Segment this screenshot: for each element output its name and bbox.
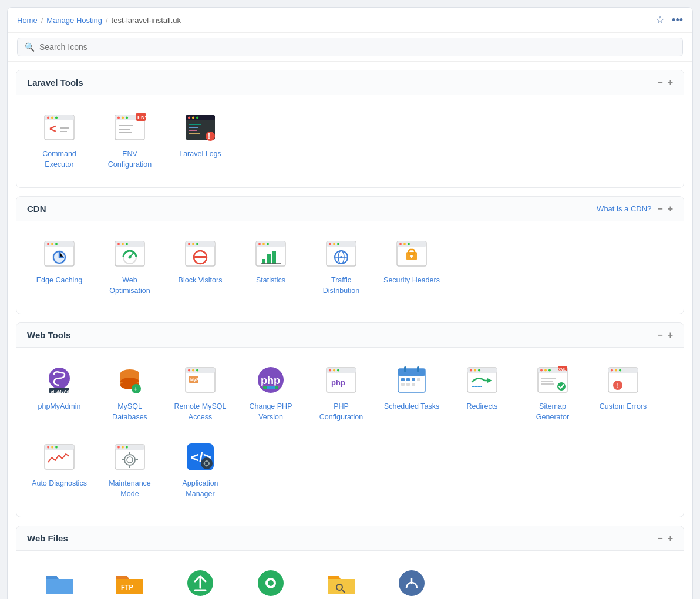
section-cdn: CDN What is a CDN? − + (16, 196, 684, 314)
svg-point-163 (204, 463, 206, 465)
svg-point-150 (126, 446, 128, 449)
search-input[interactable] (39, 42, 675, 52)
section-controls-cdn: − + (657, 204, 673, 214)
tool-traffic-distribution[interactable]: TrafficDistribution (309, 231, 373, 302)
tool-auto-diagnostics[interactable]: Auto Diagnostics (27, 434, 92, 505)
tool-mysql-databases[interactable]: + MySQL Databases (97, 357, 162, 428)
statistics-icon (254, 237, 288, 271)
svg-point-119 (470, 369, 472, 372)
expand-cdn-button[interactable]: + (668, 204, 673, 214)
svg-point-54 (267, 243, 269, 245)
tool-php-configuration[interactable]: php PHPConfiguration (309, 357, 373, 428)
edge-caching-label: Edge Caching (36, 275, 83, 286)
svg-text:phpMyAdmin: phpMyAdmin (51, 389, 75, 394)
breadcrumb-manage-hosting[interactable]: Manage Hosting (46, 16, 102, 25)
svg-point-145 (55, 446, 58, 449)
tool-statistics[interactable]: Statistics (238, 231, 303, 302)
upload-icon (183, 566, 217, 599)
svg-point-138 (619, 369, 621, 372)
tool-application-manager[interactable]: </> ApplicationManager (168, 434, 233, 505)
svg-text:ENV: ENV (137, 115, 146, 120)
tool-sitemap-generator[interactable]: XML SitemapGenerator (520, 357, 585, 428)
section-header-webtools: Web Tools − + (16, 323, 684, 348)
svg-text:!: ! (616, 382, 618, 389)
tool-file-manager[interactable]: File Manager (27, 560, 92, 599)
collapse-webfiles-button[interactable]: − (657, 534, 662, 543)
section-controls-laravel: − + (657, 78, 673, 88)
svg-point-61 (329, 243, 331, 245)
svg-point-3 (51, 117, 53, 119)
tool-softaculous[interactable]: Softaculous (238, 560, 303, 599)
collapse-cdn-button[interactable]: − (657, 204, 662, 214)
svg-point-45 (188, 243, 190, 245)
svg-point-22 (196, 117, 198, 119)
star-button[interactable]: ☆ (655, 14, 665, 26)
svg-text:php: php (261, 375, 280, 386)
svg-point-46 (192, 243, 194, 245)
svg-point-38 (117, 243, 120, 245)
command-executor-icon: < (42, 110, 76, 144)
svg-rect-108 (417, 366, 419, 372)
svg-point-62 (333, 243, 335, 245)
block-visitors-label: Block Visitors (179, 275, 223, 286)
tool-remote-mysql[interactable]: MySQL Remote MySQLAccess (168, 357, 233, 428)
mysql-databases-icon: + (113, 363, 147, 397)
tool-ftp[interactable]: FTP FTP Accounts (97, 560, 162, 599)
edge-caching-icon (42, 237, 76, 271)
collapse-laravel-button[interactable]: − (657, 78, 662, 88)
tool-maintenance-mode[interactable]: MaintenanceMode (97, 434, 162, 505)
tool-block-visitors[interactable]: Block Visitors (168, 231, 233, 302)
env-configuration-icon: ENV (113, 110, 147, 144)
tool-custom-errors[interactable]: ! Custom Errors (591, 357, 655, 428)
expand-webtools-button[interactable]: + (668, 331, 673, 340)
svg-point-126 (544, 369, 547, 372)
breadcrumb: Home / Manage Hosting / test-laravel-ins… (17, 16, 181, 25)
tool-env-configuration[interactable]: ENV ENVConfiguration (97, 105, 162, 176)
tool-edge-caching[interactable]: Edge Caching (27, 231, 92, 302)
svg-point-91 (196, 369, 198, 372)
svg-rect-114 (401, 383, 405, 386)
svg-point-70 (399, 243, 402, 245)
tool-git[interactable]: Git (379, 560, 444, 599)
env-configuration-label: ENVConfiguration (108, 149, 152, 170)
auto-diagnostics-icon (42, 440, 76, 474)
svg-point-101 (329, 369, 331, 372)
softaculous-icon (254, 566, 288, 599)
svg-point-12 (126, 117, 128, 119)
svg-point-125 (540, 369, 543, 372)
tool-security-headers[interactable]: Security Headers (379, 231, 444, 302)
breadcrumb-home[interactable]: Home (17, 16, 38, 25)
statistics-label: Statistics (256, 275, 285, 286)
sitemap-generator-label: SitemapGenerator (536, 402, 569, 422)
svg-point-63 (337, 243, 339, 245)
security-headers-icon (395, 237, 429, 271)
svg-point-144 (51, 446, 53, 449)
tool-change-php[interactable]: php Change PHPVersion (238, 357, 303, 428)
svg-text:php: php (331, 378, 345, 387)
git-icon (395, 566, 429, 599)
cdn-help-link[interactable]: What is a CDN? (597, 204, 651, 213)
more-options-button[interactable]: ••• (672, 14, 683, 26)
search-input-wrapper: 🔍 (17, 38, 683, 56)
svg-point-136 (611, 369, 613, 372)
scheduled-tasks-icon (395, 363, 429, 397)
ftp-icon: FTP (113, 566, 147, 599)
svg-text:!: ! (208, 132, 210, 140)
section-header-webfiles: Web Files − + (16, 526, 684, 551)
tool-redirects[interactable]: Redirects (450, 357, 514, 428)
tool-search-files[interactable]: Search Files (309, 560, 373, 599)
expand-laravel-button[interactable]: + (668, 78, 673, 88)
collapse-webtools-button[interactable]: − (657, 331, 662, 340)
tool-phpmyadmin[interactable]: phpMyAdmin phpMyAdmin (27, 357, 92, 428)
tool-command-executor[interactable]: < CommandExecutor (27, 105, 92, 176)
command-executor-label: CommandExecutor (42, 149, 76, 170)
svg-point-121 (478, 369, 480, 372)
svg-text:<: < (49, 122, 56, 135)
expand-webfiles-button[interactable]: + (668, 534, 673, 543)
section-body-webtools: phpMyAdmin phpMyAdmin + (16, 348, 684, 517)
tool-upload[interactable]: Upload (168, 560, 233, 599)
tool-laravel-logs[interactable]: ! Laravel Logs (168, 105, 233, 176)
tool-scheduled-tasks[interactable]: Scheduled Tasks (379, 357, 444, 428)
tool-web-optimisation[interactable]: Web Optimisation (97, 231, 162, 302)
redirects-label: Redirects (467, 402, 498, 412)
